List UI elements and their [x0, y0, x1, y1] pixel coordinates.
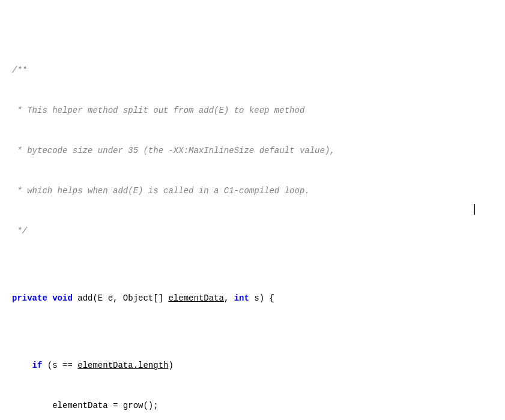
- keyword-int: int: [234, 293, 249, 303]
- comment-line-2: * This helper method split out from add(…: [12, 106, 304, 115]
- line-3: * bytecode size under 35 (the -XX:MaxInl…: [12, 144, 493, 157]
- comment-line-3: * bytecode size under 35 (the -XX:MaxInl…: [12, 146, 335, 155]
- comment-open-1: /**: [12, 65, 27, 75]
- keyword-if: if: [32, 361, 43, 370]
- text-cursor: [474, 204, 475, 215]
- comment-line-4: * which helps when add(E) is called in a…: [12, 186, 310, 196]
- keyword-private: private: [12, 293, 47, 303]
- line-8: elementData = grow();: [12, 399, 493, 412]
- elementdata-length-underline: elementData.length: [77, 361, 168, 370]
- line-5: */: [12, 224, 493, 238]
- line-7: if (s == elementData.length): [12, 359, 493, 372]
- code-block: /** * This helper method split out from …: [12, 10, 493, 420]
- code-container: /** * This helper method split out from …: [0, 0, 505, 420]
- line-4: * which helps when add(E) is called in a…: [12, 184, 493, 197]
- line-1: /**: [12, 64, 493, 77]
- comment-close-1: */: [12, 226, 27, 236]
- elementdata-underline: elementData: [168, 293, 223, 303]
- keyword-void: void: [52, 293, 73, 303]
- line-6: private void add(E e, Object[] elementDa…: [12, 292, 493, 305]
- line-2: * This helper method split out from add(…: [12, 104, 493, 117]
